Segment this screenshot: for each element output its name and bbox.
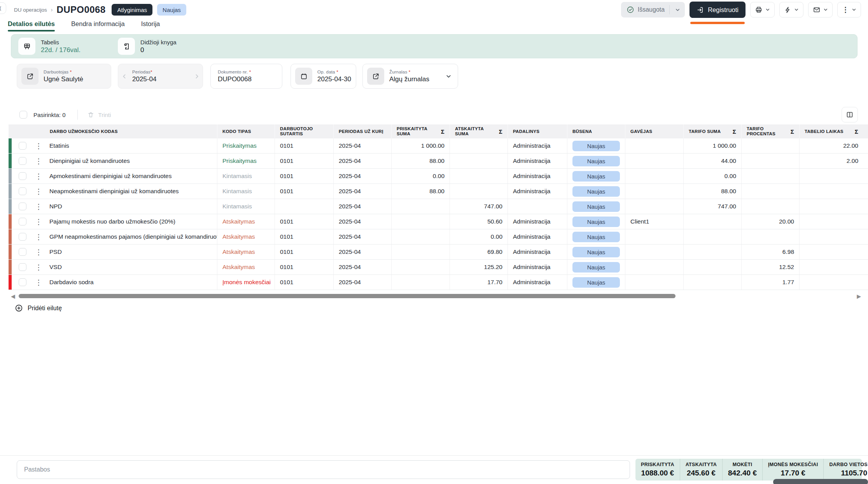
sigma-icon[interactable]: Σ [496,129,502,134]
delete-button[interactable]: Trinti [87,111,111,119]
row-menu-icon[interactable]: ⋮ [35,279,42,286]
row-deducted: 69.80 [450,245,508,259]
table-row[interactable]: ⋮Darbdavio sodra Įmonės mokesčiai 0101 2… [9,275,868,290]
row-menu-icon[interactable]: ⋮ [35,203,42,210]
sigma-icon[interactable]: Σ [438,129,444,134]
row-receiver [625,138,684,153]
row-checkbox[interactable] [19,203,26,210]
table-row[interactable]: ⋮Apmokestinami dienpinigiai už komandiru… [9,169,868,184]
divider [669,5,670,14]
row-receiver [625,275,684,290]
saved-button[interactable]: Išsaugota [621,2,685,17]
email-button[interactable] [808,2,833,17]
table-row[interactable]: ⋮PSD Atskaitymas 0101 2025-04 69.80 Admi… [9,245,868,260]
row-checkbox[interactable] [19,157,26,165]
operation-date-field[interactable]: Op. data * 2025-04-30 [290,64,356,89]
bottom-scrollbar-thumb[interactable] [773,479,868,484]
row-checkbox[interactable] [19,263,26,271]
total-value: 17.70 € [781,469,805,477]
header-code-type[interactable]: KODO TIPAS [217,124,275,138]
row-menu-icon[interactable]: ⋮ [35,173,42,180]
scroll-right-icon[interactable]: ▶ [857,293,861,299]
journal-value: Algų žurnalas [389,75,429,83]
header-tariff-pct[interactable]: TARIFO PROCENTASΣ [742,124,800,138]
row-checkbox[interactable] [19,233,26,241]
sigma-icon[interactable]: Σ [788,129,794,134]
notes-input[interactable] [17,460,630,479]
table-row[interactable]: ⋮GPM neapmokestinamos pajamos (dienpinig… [9,229,868,245]
table-row[interactable]: ⋮Pajamų mokestis nuo darbo užmokesčio (2… [9,214,868,229]
table-row[interactable]: ⋮Neapmokestinami dienpinigiai už komandi… [9,184,868,199]
table-header-row: DARBO UŽMOKESČIO KODAS KODO TIPAS DARBUO… [9,124,868,138]
scroll-left-icon[interactable]: ◀ [11,293,15,299]
journal-field[interactable]: Žurnalas * Algų žurnalas [362,64,458,89]
period-value: 2025-04 [132,75,156,83]
period-field[interactable]: Periodas* 2025-04 [118,64,203,89]
row-tariff-pct: 1.77 [742,275,800,290]
calendar-icon[interactable] [295,68,312,85]
tab-bendra-informacija[interactable]: Bendra informacija [71,20,125,31]
tab-istorija[interactable]: Istorija [141,20,160,31]
tab-detalios-eilutes[interactable]: Detalios eilutės [8,20,55,31]
row-department: Administracija [508,169,567,183]
chevron-left-icon[interactable] [118,73,130,79]
external-link-icon[interactable] [367,68,384,85]
employee-field[interactable]: Darbuotojas * Ugnė Saulytė [17,64,111,89]
header-department[interactable]: PADALINYS [508,124,567,138]
breadcrumb[interactable]: DU operacijos [14,7,47,13]
row-menu-icon[interactable]: ⋮ [35,218,42,225]
header-accrued[interactable]: PRISKAITYTA SUMAΣ [392,124,450,138]
row-checkbox[interactable] [19,187,26,195]
more-menu-button[interactable]: ⋮ [837,2,861,17]
table-row[interactable]: ⋮VSD Atskaitymas 0101 2025-04 125.20 Adm… [9,260,868,275]
header-timesheet[interactable]: TABELIO LAIKASΣ [800,124,863,138]
sigma-icon[interactable]: Σ [730,129,736,134]
chevron-right-icon[interactable] [191,73,203,79]
chevron-down-icon[interactable] [446,73,452,79]
row-checkbox[interactable] [19,278,26,286]
header-receiver[interactable]: GAVĖJAS [625,124,684,138]
header-status[interactable]: BŪSENA [567,124,625,138]
add-row-button[interactable]: Pridėti eilutę [15,304,62,312]
register-icon [696,6,704,14]
header-period[interactable]: PERIODAS UŽ KURĮ [334,124,392,138]
column-settings-button[interactable] [842,107,858,122]
actions-button[interactable] [779,2,803,17]
scrollbar-thumb[interactable] [19,294,676,298]
row-menu-icon[interactable]: ⋮ [35,248,42,256]
horizontal-scrollbar[interactable]: ◀ ▶ [0,292,868,300]
row-menu-icon[interactable]: ⋮ [35,157,42,165]
row-checkbox[interactable] [19,142,26,150]
header-contract[interactable]: DARBUOTOJO SUTARTIS [275,124,334,138]
row-menu-icon[interactable]: ⋮ [35,264,42,271]
row-accrued [392,245,450,259]
row-timesheet: 22.00 [800,138,863,153]
header-tariff-sum[interactable]: TARIFO SUMAΣ [684,124,742,138]
document-number-field[interactable]: Dokumento nr. * DUPO0068 [210,64,282,89]
ledger-info-item[interactable]: Didžioji knyga 0 [118,38,177,55]
sigma-icon[interactable]: Σ [852,129,858,134]
printer-icon [755,6,763,14]
tabelis-info-item[interactable]: Tabelis 22d. / 176val. [18,38,80,55]
row-code-type: Atskaitymas [222,264,255,271]
print-button[interactable] [750,2,775,17]
row-checkbox[interactable] [19,248,26,256]
row-menu-icon[interactable]: ⋮ [35,233,42,241]
chevron-down-icon[interactable] [673,7,682,12]
row-menu-icon[interactable]: ⋮ [35,188,42,195]
header-deducted[interactable]: ATSKAITYTA SUMAΣ [450,124,508,138]
row-menu-icon[interactable]: ⋮ [35,142,42,150]
row-department [508,199,567,214]
table-row[interactable]: ⋮Dienpinigiai už komandiruotes Priskaity… [9,154,868,169]
external-link-icon[interactable] [21,68,38,85]
row-checkbox[interactable] [19,172,26,180]
table-row[interactable]: ⋮Etatinis Priskaitymas 0101 2025-04 1 00… [9,138,868,154]
table-row[interactable]: ⋮NPD Kintamasis 2025-04 747.00 Naujas 74… [9,199,868,214]
required-mark: * [336,70,338,74]
chevron-down-icon [823,7,828,12]
header-name[interactable]: DARBO UŽMOKESČIO KODAS [9,124,217,138]
row-type-indicator [9,169,12,183]
select-all-checkbox[interactable] [19,111,27,119]
register-button[interactable]: Registruoti [690,2,746,18]
row-checkbox[interactable] [19,218,26,225]
